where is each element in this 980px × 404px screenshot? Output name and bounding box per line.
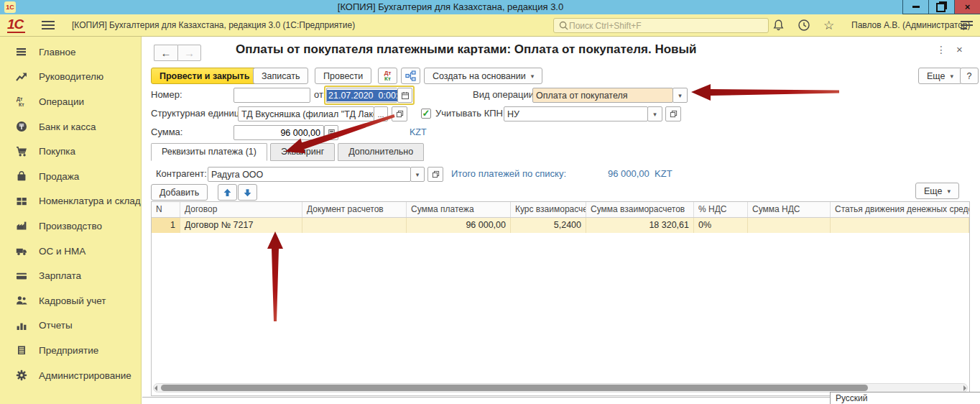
date-field[interactable]: 21.07.2020 0:00:00 bbox=[326, 88, 397, 103]
post-and-close-button[interactable]: Провести и закрыть bbox=[151, 68, 258, 84]
kpn-dropdown-button[interactable] bbox=[647, 106, 662, 121]
operation-kind-dropdown-button[interactable] bbox=[672, 88, 688, 103]
write-button[interactable]: Записать bbox=[253, 68, 308, 84]
nav-back-button[interactable] bbox=[154, 45, 177, 61]
number-field[interactable] bbox=[234, 88, 310, 103]
column-header[interactable]: % НДС bbox=[694, 202, 748, 217]
calculator-button[interactable] bbox=[324, 125, 338, 140]
sidebar-item-bank-cash[interactable]: Банк и касса bbox=[0, 114, 141, 139]
sidebar-item-manager[interactable]: Руководителю bbox=[0, 65, 141, 90]
scroll-left-icon[interactable] bbox=[154, 385, 157, 391]
amount-field[interactable] bbox=[234, 125, 324, 140]
counterparty-dropdown-button[interactable] bbox=[410, 167, 425, 182]
post-button[interactable]: Провести bbox=[315, 68, 371, 84]
amount-currency: KZT bbox=[410, 127, 427, 137]
structure-button[interactable] bbox=[401, 68, 420, 84]
column-header[interactable]: Документ расчетов bbox=[302, 202, 407, 217]
menu-lines-icon bbox=[15, 46, 28, 58]
table-row[interactable]: 1 Договор № 7217 96 000,00 5,2400 18 320… bbox=[152, 218, 969, 233]
help-button[interactable]: ? bbox=[960, 68, 979, 84]
operation-kind-field[interactable]: Оплата от покупателя bbox=[532, 88, 673, 103]
settlement-rate-cell[interactable]: 5,2400 bbox=[511, 218, 586, 233]
column-header[interactable]: N bbox=[152, 202, 180, 217]
counterparty-open-button[interactable] bbox=[427, 167, 443, 182]
payment-amount-cell[interactable]: 96 000,00 bbox=[407, 218, 511, 233]
amount-label: Сумма: bbox=[151, 125, 182, 139]
column-header[interactable]: Курс взаиморасчетов bbox=[511, 202, 586, 217]
kpn-field[interactable]: НУ bbox=[504, 106, 648, 121]
maximize-button[interactable] bbox=[928, 0, 954, 14]
global-search[interactable] bbox=[553, 18, 769, 33]
amount-input[interactable] bbox=[234, 126, 323, 139]
create-based-on-button[interactable]: Создать на основании bbox=[424, 68, 542, 84]
sidebar-item-administration[interactable]: Администрирование bbox=[0, 363, 141, 388]
column-header[interactable]: Сумма взаиморасчетов bbox=[586, 202, 694, 217]
sidebar-item-production[interactable]: Производство bbox=[0, 214, 141, 239]
sidebar-item-salary[interactable]: Зарплата bbox=[0, 263, 141, 288]
calculator-icon bbox=[328, 129, 336, 137]
column-header[interactable]: Договор bbox=[180, 202, 302, 217]
sidebar-item-main[interactable]: Главное bbox=[0, 40, 141, 65]
shopping-bag-icon bbox=[15, 170, 28, 182]
counterparty-field[interactable]: Радуга ООО bbox=[208, 167, 411, 182]
row-number-cell[interactable]: 1 bbox=[152, 218, 180, 233]
main-menu-icon[interactable] bbox=[42, 21, 55, 30]
minimize-button[interactable] bbox=[902, 0, 928, 14]
sidebar-item-sales[interactable]: Продажа bbox=[0, 164, 141, 189]
kpn-checkbox[interactable] bbox=[421, 109, 431, 119]
sidebar-item-fixed-assets[interactable]: ОС и НМА bbox=[0, 239, 141, 264]
structural-unit-open-button[interactable] bbox=[392, 106, 407, 121]
search-input[interactable] bbox=[569, 21, 764, 31]
history-icon[interactable] bbox=[798, 19, 810, 32]
calendar-button[interactable] bbox=[397, 88, 412, 103]
close-window-button[interactable] bbox=[954, 0, 980, 14]
move-up-button[interactable] bbox=[218, 184, 237, 201]
vat-amount-cell[interactable] bbox=[748, 218, 831, 233]
column-header[interactable]: Статья движения денежных средст bbox=[831, 202, 969, 217]
tab-additional[interactable]: Дополнительно bbox=[338, 143, 424, 161]
vat-percent-cell[interactable]: 0% bbox=[694, 218, 748, 233]
settlement-doc-cell[interactable] bbox=[302, 218, 407, 233]
totals-label: Итого платежей по списку: bbox=[451, 168, 566, 179]
scroll-right-icon[interactable] bbox=[963, 385, 966, 391]
chevron-down-icon bbox=[950, 73, 953, 80]
nav-forward-button[interactable] bbox=[177, 45, 201, 61]
cash-flow-item-cell[interactable] bbox=[831, 218, 969, 233]
move-down-button[interactable] bbox=[238, 184, 257, 201]
sidebar-item-operations[interactable]: ДтКт Операции bbox=[0, 89, 141, 114]
show-postings-button[interactable]: ДтКт bbox=[378, 68, 397, 84]
bar-chart-icon bbox=[15, 320, 28, 331]
form-menu-dots-icon[interactable] bbox=[936, 44, 947, 55]
payments-table: N Договор Документ расчетов Сумма платеж… bbox=[151, 201, 970, 396]
form-close-icon[interactable] bbox=[956, 43, 963, 55]
kpn-open-button[interactable] bbox=[665, 106, 681, 121]
list-more-button[interactable]: Еще bbox=[915, 183, 959, 199]
more-button[interactable]: Еще bbox=[918, 68, 962, 84]
sidebar-item-hr[interactable]: Кадровый учет bbox=[0, 288, 141, 313]
sidebar-item-reports[interactable]: Отчеты bbox=[0, 313, 141, 339]
sidebar-item-enterprise[interactable]: Предприятие bbox=[0, 338, 141, 363]
debit-credit-icon: ДтКт bbox=[384, 70, 392, 82]
calendar-icon bbox=[401, 91, 410, 100]
shopping-cart-icon bbox=[15, 146, 28, 157]
settlement-amount-cell[interactable]: 18 320,61 bbox=[586, 218, 694, 233]
number-input[interactable] bbox=[234, 88, 310, 102]
favorites-star-icon[interactable] bbox=[823, 18, 834, 33]
structural-unit-field[interactable]: ТД Вкусняшка (филиал "ТД Лакомк bbox=[238, 106, 374, 121]
totals-value: 96 000,00 KZT bbox=[608, 168, 672, 179]
column-header[interactable]: Сумма НДС bbox=[748, 202, 831, 217]
current-user[interactable]: Павлов А.В. (Администратор) bbox=[851, 20, 971, 30]
add-row-button[interactable]: Добавить bbox=[151, 184, 208, 201]
tab-acquiring[interactable]: Эквайринг bbox=[270, 143, 335, 161]
scrollbar-thumb[interactable] bbox=[161, 385, 868, 391]
sidebar-item-nomenclature[interactable]: Номенклатура и склад bbox=[0, 189, 141, 214]
column-header[interactable]: Сумма платежа bbox=[407, 202, 511, 217]
1c-logo-icon[interactable]: 1С bbox=[7, 17, 25, 33]
sidebar-item-purchase[interactable]: Покупка bbox=[0, 139, 141, 164]
contract-cell[interactable]: Договор № 7217 bbox=[180, 218, 302, 233]
payment-card-icon bbox=[15, 270, 28, 282]
tab-payment-details[interactable]: Реквизиты платежа (1) bbox=[151, 143, 267, 161]
service-menu-icon[interactable] bbox=[961, 21, 973, 32]
notifications-bell-icon[interactable] bbox=[772, 19, 785, 32]
structural-unit-ellipsis-button[interactable]: ... bbox=[374, 106, 388, 121]
